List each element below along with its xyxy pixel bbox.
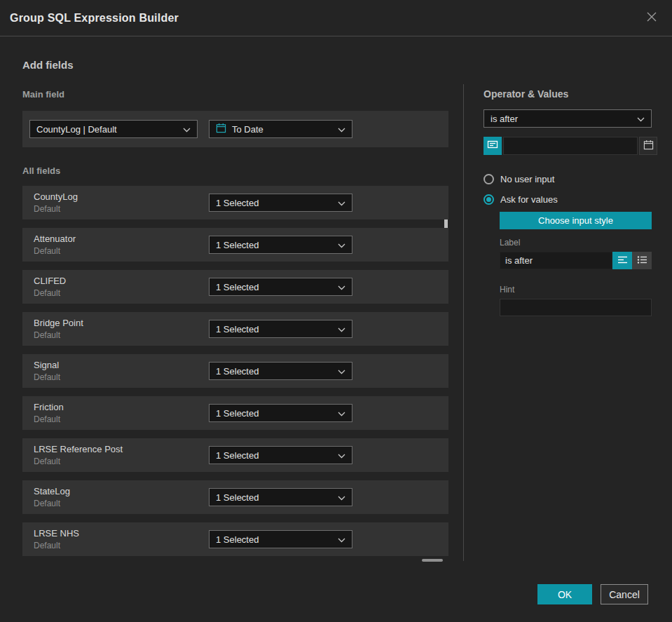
chevron-down-icon [338, 240, 345, 250]
label-row [500, 252, 652, 269]
chevron-down-icon [637, 114, 645, 124]
field-selected-label: 1 Selected [216, 324, 332, 334]
main-field-date-select-value: To Date [232, 124, 332, 135]
chevron-down-icon [338, 124, 345, 135]
field-row: Signal Default 1 Selected [22, 354, 448, 388]
cancel-button[interactable]: Cancel [601, 584, 648, 604]
field-row: CountyLog Default 1 Selected [22, 186, 448, 219]
field-selected-label: 1 Selected [216, 408, 332, 419]
field-row: LRSE Reference Post Default 1 Selected [22, 438, 448, 472]
field-selected-label: 1 Selected [216, 366, 332, 377]
field-selected-dropdown[interactable]: 1 Selected [209, 278, 352, 296]
radio-selected-icon [484, 194, 494, 205]
label-input[interactable] [500, 252, 612, 269]
add-fields-heading: Add fields [22, 59, 448, 71]
calendar-icon [643, 140, 654, 153]
hint-label: Hint [500, 285, 652, 295]
hint-input[interactable] [500, 299, 652, 316]
input-style-single-line-button[interactable] [612, 252, 632, 269]
field-row: Attenuator Default 1 Selected [22, 228, 448, 262]
chevron-down-icon [338, 492, 345, 503]
field-selected-dropdown[interactable]: 1 Selected [209, 530, 352, 548]
date-value-input[interactable] [503, 137, 638, 155]
field-selected-dropdown[interactable]: 1 Selected [209, 320, 352, 338]
dialog-header: Group SQL Expression Builder [0, 0, 672, 36]
horizontal-scrollbar-thumb[interactable] [422, 559, 443, 562]
chevron-down-icon [183, 124, 191, 135]
field-selected-dropdown[interactable]: 1 Selected [209, 362, 352, 380]
field-row: CLIFED Default 1 Selected [22, 270, 448, 304]
main-field-date-select[interactable]: To Date [209, 120, 352, 138]
calendar-icon [216, 123, 226, 135]
radio-unselected-icon [484, 174, 494, 184]
manual-entry-button[interactable] [484, 137, 502, 155]
all-fields-list: CountyLog Default 1 Selected Attenuator … [22, 186, 448, 556]
field-selected-dropdown[interactable]: 1 Selected [209, 404, 352, 422]
chevron-down-icon [338, 534, 345, 545]
field-selected-label: 1 Selected [216, 534, 332, 545]
field-selected-label: 1 Selected [216, 240, 332, 250]
choose-input-style-button[interactable]: Choose input style [500, 212, 652, 229]
operator-select[interactable]: is after [484, 109, 652, 128]
main-field-label: Main field [22, 89, 448, 100]
radio-ask-for-values[interactable]: Ask for values [484, 194, 652, 205]
chevron-down-icon [338, 408, 345, 419]
radio-no-user-input-label: No user input [500, 174, 554, 184]
ask-for-values-section: Choose input style Label [500, 212, 652, 316]
operator-select-value: is after [491, 114, 631, 124]
label-label: Label [500, 238, 652, 248]
radio-ask-for-values-label: Ask for values [500, 194, 558, 205]
chevron-down-icon [338, 450, 345, 461]
main-field-select-value: CountyLog | Default [36, 124, 177, 135]
input-style-list-button[interactable] [632, 252, 652, 269]
date-value-row [484, 137, 652, 155]
close-icon [646, 11, 657, 25]
field-selected-label: 1 Selected [216, 450, 332, 461]
align-left-icon [617, 255, 628, 267]
chevron-down-icon [338, 366, 345, 377]
all-fields-label: All fields [22, 165, 448, 176]
dialog-title: Group SQL Expression Builder [10, 12, 179, 25]
add-fields-panel: Add fields Main field CountyLog | Defaul… [22, 59, 448, 564]
field-row: StateLog Default 1 Selected [22, 480, 448, 514]
operator-values-panel: Operator & Values is after [484, 88, 652, 316]
field-selected-label: 1 Selected [216, 492, 332, 503]
main-field-select[interactable]: CountyLog | Default [29, 120, 198, 138]
panel-divider [463, 84, 464, 561]
chevron-down-icon [338, 282, 345, 292]
field-selected-label: 1 Selected [216, 282, 332, 292]
operator-values-heading: Operator & Values [484, 88, 652, 100]
field-selected-dropdown[interactable]: 1 Selected [209, 236, 352, 254]
chevron-down-icon [338, 198, 345, 208]
list-icon [637, 255, 647, 267]
field-selected-dropdown[interactable]: 1 Selected [209, 488, 352, 506]
field-selected-dropdown[interactable]: 1 Selected [209, 446, 352, 464]
field-selected-dropdown[interactable]: 1 Selected [209, 194, 352, 212]
field-row: LRSE NHS Default 1 Selected [22, 522, 448, 556]
chevron-down-icon [338, 324, 345, 334]
manual-entry-icon [487, 139, 498, 153]
date-picker-button[interactable] [639, 137, 657, 155]
field-selected-label: 1 Selected [216, 198, 332, 208]
dialog-footer: OK Cancel [537, 584, 648, 604]
main-field-row: CountyLog | Default To Date [22, 111, 448, 147]
field-row: Bridge Point Default 1 Selected [22, 312, 448, 346]
ok-button[interactable]: OK [537, 584, 592, 604]
field-row: Friction Default 1 Selected [22, 396, 448, 430]
radio-no-user-input[interactable]: No user input [484, 174, 652, 184]
close-button[interactable] [644, 11, 659, 26]
